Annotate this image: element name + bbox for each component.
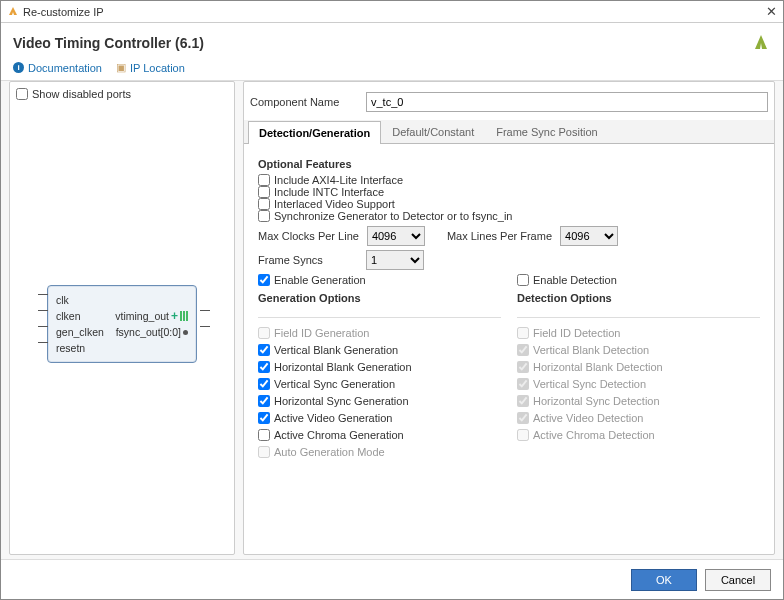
gen-opt[interactable]: Active Chroma Generation <box>258 429 501 441</box>
gen-opt[interactable]: Horizontal Blank Generation <box>258 361 501 373</box>
gen-opt[interactable]: Horizontal Sync Generation <box>258 395 501 407</box>
close-icon[interactable]: ✕ <box>766 4 777 19</box>
detection-options: Detection Options Field ID Detection Ver… <box>517 286 760 458</box>
tabstrip: Detection/Generation Default/Constant Fr… <box>244 120 774 144</box>
max-clocks-label: Max Clocks Per Line <box>258 230 359 242</box>
vendor-logo-icon <box>751 33 771 53</box>
bus-icon <box>180 311 188 321</box>
frame-syncs-select[interactable]: 1 <box>366 250 424 270</box>
ok-button[interactable]: OK <box>631 569 697 591</box>
gen-opt[interactable]: Vertical Sync Generation <box>258 378 501 390</box>
ip-block: clk clken vtiming_out+ gen_clken fsync_o… <box>47 285 197 363</box>
tab-default-constant[interactable]: Default/Constant <box>381 120 485 143</box>
folder-icon: ▣ <box>116 61 126 74</box>
app-icon <box>7 6 19 18</box>
linkbar: iDocumentation ▣IP Location <box>1 57 783 80</box>
window: Re-customize IP ✕ Video Timing Controlle… <box>0 0 784 600</box>
component-name-label: Component Name <box>250 96 360 108</box>
content: Show disabled ports clk clken vtiming_ou… <box>1 80 783 559</box>
gen-opt[interactable]: Active Video Generation <box>258 412 501 424</box>
tab-frame-sync-position[interactable]: Frame Sync Position <box>485 120 608 143</box>
documentation-link[interactable]: iDocumentation <box>13 62 102 74</box>
opt-axi4lite[interactable]: Include AXI4-Lite Interface <box>258 174 760 186</box>
det-opt: Field ID Detection <box>517 327 760 339</box>
det-opt: Active Chroma Detection <box>517 429 760 441</box>
dot-icon <box>183 330 188 335</box>
block-diagram: clk clken vtiming_out+ gen_clken fsync_o… <box>16 100 228 548</box>
header: Video Timing Controller (6.1) <box>1 23 783 57</box>
optional-features-title: Optional Features <box>258 158 760 170</box>
opt-interlaced[interactable]: Interlaced Video Support <box>258 198 760 210</box>
generation-options: Generation Options Field ID Generation V… <box>258 286 501 458</box>
max-lines-label: Max Lines Per Frame <box>447 230 552 242</box>
gen-opt: Auto Generation Mode <box>258 446 501 458</box>
ip-location-link[interactable]: ▣IP Location <box>116 61 185 74</box>
component-name-input[interactable] <box>366 92 768 112</box>
titlebar: Re-customize IP ✕ <box>1 1 783 23</box>
gen-opt[interactable]: Vertical Blank Generation <box>258 344 501 356</box>
cancel-button[interactable]: Cancel <box>705 569 771 591</box>
max-lines-select[interactable]: 4096 <box>560 226 618 246</box>
config-panel: Component Name Detection/Generation Defa… <box>243 81 775 555</box>
det-opt: Horizontal Sync Detection <box>517 395 760 407</box>
enable-generation-checkbox[interactable]: Enable Generation <box>258 274 501 286</box>
det-opt: Vertical Sync Detection <box>517 378 760 390</box>
window-title: Re-customize IP <box>23 6 766 18</box>
det-opt: Vertical Blank Detection <box>517 344 760 356</box>
info-icon: i <box>13 62 24 73</box>
plus-icon: + <box>171 309 178 323</box>
enable-detection-checkbox[interactable]: Enable Detection <box>517 274 760 286</box>
show-disabled-ports-checkbox[interactable]: Show disabled ports <box>16 88 228 100</box>
max-clocks-select[interactable]: 4096 <box>367 226 425 246</box>
frame-syncs-label: Frame Syncs <box>258 254 358 266</box>
gen-opt: Field ID Generation <box>258 327 501 339</box>
button-row: OK Cancel <box>1 559 783 599</box>
det-opt: Active Video Detection <box>517 412 760 424</box>
det-opt: Horizontal Blank Detection <box>517 361 760 373</box>
ports-panel: Show disabled ports clk clken vtiming_ou… <box>9 81 235 555</box>
tab-detection-generation[interactable]: Detection/Generation <box>248 121 381 144</box>
opt-intc[interactable]: Include INTC Interface <box>258 186 760 198</box>
page-title: Video Timing Controller (6.1) <box>13 35 751 51</box>
opt-sync-gen[interactable]: Synchronize Generator to Detector or to … <box>258 210 760 222</box>
